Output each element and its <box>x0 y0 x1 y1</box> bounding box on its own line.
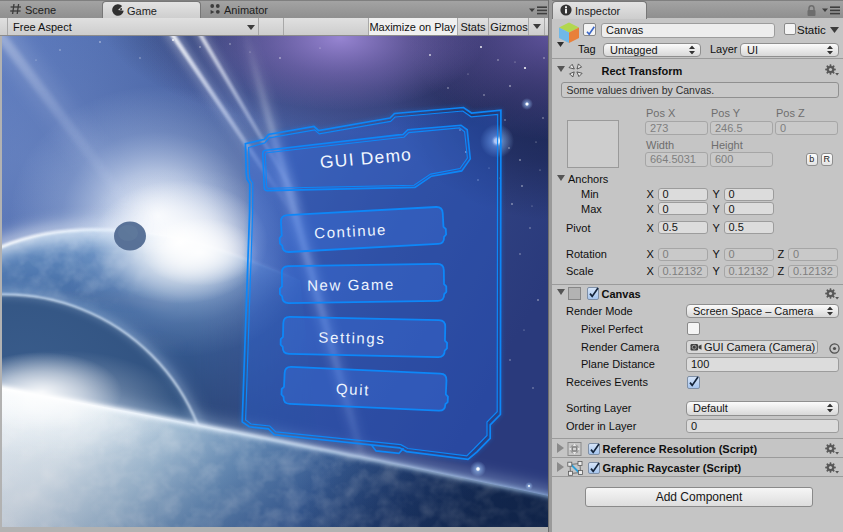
lock-icon[interactable] <box>806 5 817 17</box>
graphic-raycaster-gear-icon[interactable] <box>824 461 839 475</box>
rotation-y-axis: Y <box>713 248 720 261</box>
min-label: Min <box>581 188 599 201</box>
rect-transform-gear-icon[interactable] <box>824 63 839 77</box>
sorting-layer-label: Sorting Layer <box>566 402 631 415</box>
game-pane-menu[interactable] <box>529 6 547 15</box>
render-mode-label-text: Render Mode <box>566 305 633 317</box>
anchor-preview[interactable] <box>567 120 619 169</box>
layer-label-text: Layer <box>710 43 738 55</box>
graphic-raycaster-checkbox[interactable] <box>588 462 601 475</box>
toolbar-separator <box>283 18 284 35</box>
order-in-layer-field[interactable]: 0 <box>686 419 839 434</box>
tab-animator[interactable]: Animator <box>201 1 276 19</box>
pane-menu-icon <box>822 6 840 15</box>
pos-x-label: Pos X <box>646 107 675 120</box>
pos-x-field[interactable]: 273 <box>645 121 708 136</box>
check-icon <box>584 25 597 38</box>
sorting-layer-dropdown[interactable]: Default <box>686 401 839 416</box>
max-x-text: 0 <box>663 203 669 215</box>
order-in-layer-text: 0 <box>691 420 697 432</box>
stats-button[interactable]: Stats <box>458 18 488 35</box>
toolbar-separator <box>528 18 529 35</box>
render-camera-field[interactable]: GUI Camera (Camera) <box>686 340 818 355</box>
tab-game[interactable]: Game <box>102 1 201 19</box>
inspector-pane-menu[interactable] <box>822 6 840 15</box>
scale-x-field[interactable]: 0.12132 <box>658 265 708 278</box>
anchors-foldout[interactable] <box>557 175 565 181</box>
rotation-z-field[interactable]: 0 <box>788 248 838 261</box>
aspect-dropdown[interactable]: Free Aspect <box>13 18 72 35</box>
canvas-foldout[interactable] <box>557 289 565 295</box>
scale-y-field[interactable]: 0.12132 <box>724 265 774 278</box>
menu-button-continue[interactable]: Continue <box>278 207 446 253</box>
width-field[interactable]: 664.5031 <box>645 152 708 167</box>
pivot-y-text: 0.5 <box>729 221 744 233</box>
pixel-perfect-label: Pixel Perfect <box>581 323 643 336</box>
canvas-gear-icon[interactable] <box>824 287 839 301</box>
reference-resolution-foldout[interactable] <box>557 443 564 453</box>
pixel-perfect-checkbox[interactable] <box>687 322 700 335</box>
rotation-x-field[interactable]: 0 <box>658 248 708 261</box>
tag-label-text: Tag <box>578 43 596 55</box>
height-field[interactable]: 600 <box>710 152 773 167</box>
pos-z-field[interactable]: 0 <box>775 121 838 136</box>
aspect-dropdown-text: Free Aspect <box>13 21 72 33</box>
axis-x-text: X <box>647 203 654 215</box>
receives-events-checkbox[interactable] <box>687 376 700 389</box>
graphic-raycaster-foldout[interactable] <box>557 462 564 472</box>
pos-y-field[interactable]: 246.5 <box>710 121 773 136</box>
rotation-y-field[interactable]: 0 <box>724 248 774 261</box>
pivot-x-field[interactable]: 0.5 <box>658 221 708 234</box>
camera-icon <box>690 342 702 352</box>
max-x-axis: X <box>647 203 654 216</box>
canvas-enabled-checkbox[interactable] <box>587 287 600 300</box>
layer-dropdown[interactable]: UI <box>740 43 839 57</box>
space-scene: GUI Demo Continue New Game <box>2 36 548 527</box>
updown-arrows-icon <box>827 45 833 54</box>
render-mode-dropdown[interactable]: Screen Space – Camera <box>686 304 839 318</box>
menu-button-quit[interactable]: Quit <box>281 367 449 412</box>
min-y-field[interactable]: 0 <box>724 188 774 201</box>
reference-resolution-checkbox[interactable] <box>588 443 601 456</box>
menu-button-settings[interactable]: Settings <box>280 317 447 358</box>
render-mode-label: Render Mode <box>566 305 633 318</box>
pos-z-label: Pos Z <box>776 107 805 120</box>
add-component-button-text: Add Component <box>656 490 743 504</box>
tab-inspector[interactable]: Inspector <box>552 1 647 19</box>
height-label-text: Height <box>711 139 743 151</box>
pivot-y-field[interactable]: 0.5 <box>724 221 774 234</box>
min-x-field[interactable]: 0 <box>658 188 708 201</box>
tag-dropdown[interactable]: Untagged <box>603 43 701 57</box>
gameobject-active-checkbox[interactable] <box>583 23 596 36</box>
scale-z-field[interactable]: 0.12132 <box>788 265 838 278</box>
anchors-label: Anchors <box>568 173 608 186</box>
rect-transform-foldout[interactable] <box>557 66 565 72</box>
add-component-button[interactable]: Add Component <box>585 487 813 508</box>
maximize-on-play-label: Maximize on Play <box>368 18 457 35</box>
game-viewport: GUI Demo Continue New Game <box>2 36 548 527</box>
menu-panel: GUI Demo Continue New Game <box>242 108 501 460</box>
plane-distance-field[interactable]: 100 <box>686 357 839 372</box>
max-x-field[interactable]: 0 <box>658 202 708 215</box>
width-label: Width <box>646 139 674 152</box>
raw-edit-mode-button[interactable]: R <box>821 153 834 167</box>
game-icon <box>112 4 124 18</box>
max-y-axis: Y <box>713 203 720 216</box>
max-y-field[interactable]: 0 <box>724 202 774 215</box>
blueprint-mode-button[interactable]: b <box>806 153 818 167</box>
static-dropdown-arrow[interactable] <box>830 27 839 33</box>
gizmos-dropdown-arrow[interactable] <box>533 24 541 29</box>
game-panel-bottom-edge <box>0 527 549 532</box>
tab-scene[interactable]: Scene <box>2 1 100 19</box>
gizmos-button[interactable]: Gizmos <box>489 18 529 35</box>
static-label-text: Static <box>797 24 826 36</box>
order-in-layer-label: Order in Layer <box>566 420 636 433</box>
reference-resolution-gear-icon[interactable] <box>824 442 839 456</box>
rotation-x-axis: X <box>647 248 654 261</box>
static-checkbox[interactable] <box>784 23 796 35</box>
render-camera-text: GUI Camera (Camera) <box>704 341 815 353</box>
canvas-icon <box>568 287 582 301</box>
gameobject-name-field[interactable]: Canvas <box>601 23 775 38</box>
menu-button-new-game[interactable]: New Game <box>280 264 447 303</box>
object-picker-icon[interactable] <box>829 343 840 354</box>
